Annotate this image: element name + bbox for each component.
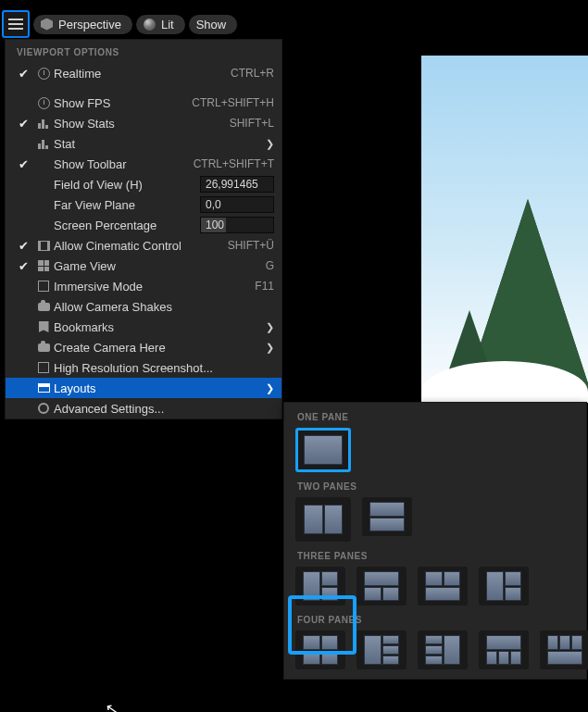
layouts-three-panes-header: THREE PANES bbox=[284, 542, 586, 567]
menu-advanced-settings[interactable]: Advanced Settings... bbox=[6, 398, 281, 418]
menu-far-plane[interactable]: Far View Plane bbox=[6, 194, 281, 215]
menu-immersive[interactable]: Immersive Mode F11 bbox=[6, 276, 281, 296]
layout-two-panes-v[interactable] bbox=[295, 497, 351, 542]
menu-cinematic[interactable]: ✔ Allow Cinematic Control SHIFT+Ü bbox=[6, 235, 281, 256]
menu-stat[interactable]: Stat ❯ bbox=[6, 133, 281, 154]
viewport-scene bbox=[421, 56, 588, 403]
layouts-four-panes-header: FOUR PANES bbox=[284, 606, 586, 631]
menu-fov[interactable]: Field of View (H) bbox=[6, 174, 281, 194]
camera-icon bbox=[33, 344, 54, 352]
cursor-icon: ↖ bbox=[104, 699, 119, 712]
layout-four-c[interactable] bbox=[418, 631, 468, 669]
grid-icon bbox=[33, 260, 54, 271]
menu-screen-pct[interactable]: Screen Percentage bbox=[6, 215, 281, 235]
chevron-right-icon: ❯ bbox=[266, 321, 274, 333]
check-icon: ✔ bbox=[13, 157, 33, 171]
layout-three-d[interactable] bbox=[479, 567, 529, 606]
perspective-dropdown[interactable]: Perspective bbox=[33, 15, 132, 34]
menu-layouts[interactable]: Layouts ❯ bbox=[6, 378, 281, 398]
bars-icon bbox=[33, 138, 54, 149]
screen-pct-input[interactable] bbox=[200, 217, 274, 233]
layout-four-e[interactable] bbox=[540, 631, 588, 669]
clock-icon bbox=[33, 68, 54, 80]
lit-label: Lit bbox=[161, 18, 174, 31]
menu-create-camera[interactable]: Create Camera Here ❯ bbox=[6, 337, 281, 357]
chevron-right-icon: ❯ bbox=[266, 382, 274, 394]
bookmark-icon bbox=[33, 321, 54, 332]
check-icon: ✔ bbox=[13, 259, 33, 273]
check-icon: ✔ bbox=[13, 117, 33, 131]
film-icon bbox=[33, 241, 54, 251]
chevron-right-icon: ❯ bbox=[266, 342, 274, 354]
layout-one-pane[interactable] bbox=[295, 428, 351, 472]
layout-four-b[interactable] bbox=[357, 631, 407, 669]
layouts-two-panes-header: TWO PANES bbox=[284, 472, 586, 497]
hamburger-button[interactable] bbox=[2, 10, 30, 38]
menu-realtime[interactable]: ✔ Realtime CTRL+R bbox=[6, 63, 281, 83]
show-dropdown[interactable]: Show bbox=[189, 15, 238, 34]
perspective-label: Perspective bbox=[58, 18, 121, 31]
screenshot-icon bbox=[33, 362, 54, 373]
gear-icon bbox=[33, 403, 54, 414]
layouts-one-pane-header: ONE PANE bbox=[284, 403, 586, 428]
far-plane-input[interactable] bbox=[200, 196, 274, 213]
expand-icon bbox=[33, 281, 54, 292]
check-icon: ✔ bbox=[13, 67, 33, 81]
menu-show-stats[interactable]: ✔ Show Stats SHIFT+L bbox=[6, 113, 281, 133]
menu-bookmarks[interactable]: Bookmarks ❯ bbox=[6, 317, 281, 337]
cube-icon bbox=[41, 19, 53, 31]
fov-input[interactable] bbox=[200, 176, 274, 193]
layout-two-panes-h[interactable] bbox=[362, 497, 412, 536]
layout-three-a[interactable] bbox=[295, 567, 345, 606]
clock-icon bbox=[33, 97, 54, 109]
menu-show-fps[interactable]: Show FPS CTRL+SHIFT+H bbox=[6, 93, 281, 113]
menu-camera-shakes[interactable]: Allow Camera Shakes bbox=[6, 296, 281, 317]
layouts-submenu: ONE PANE TWO PANES THREE PANES FOUR PANE… bbox=[283, 402, 587, 680]
layout-four-a[interactable] bbox=[295, 631, 345, 669]
layout-icon bbox=[33, 383, 54, 393]
menu-show-toolbar[interactable]: ✔ Show Toolbar CTRL+SHIFT+T bbox=[6, 154, 281, 174]
camera-icon bbox=[33, 303, 54, 311]
lit-dropdown[interactable]: Lit bbox=[136, 15, 185, 34]
layout-four-d[interactable] bbox=[479, 631, 529, 669]
sphere-icon bbox=[144, 19, 156, 31]
layout-three-c[interactable] bbox=[418, 567, 468, 606]
layout-three-b[interactable] bbox=[357, 567, 407, 606]
viewport-options-menu: VIEWPORT OPTIONS ✔ Realtime CTRL+R Show … bbox=[5, 39, 282, 419]
hamburger-icon bbox=[8, 19, 23, 30]
menu-header: VIEWPORT OPTIONS bbox=[6, 40, 281, 63]
menu-hires-screenshot[interactable]: High Resolution Screenshot... bbox=[6, 357, 281, 378]
bars-icon bbox=[33, 118, 54, 129]
show-label: Show bbox=[196, 18, 227, 31]
menu-game-view[interactable]: ✔ Game View G bbox=[6, 256, 281, 276]
chevron-right-icon: ❯ bbox=[266, 138, 274, 150]
viewport-toolbar: Perspective Lit Show bbox=[0, 13, 588, 35]
check-icon: ✔ bbox=[13, 239, 33, 253]
